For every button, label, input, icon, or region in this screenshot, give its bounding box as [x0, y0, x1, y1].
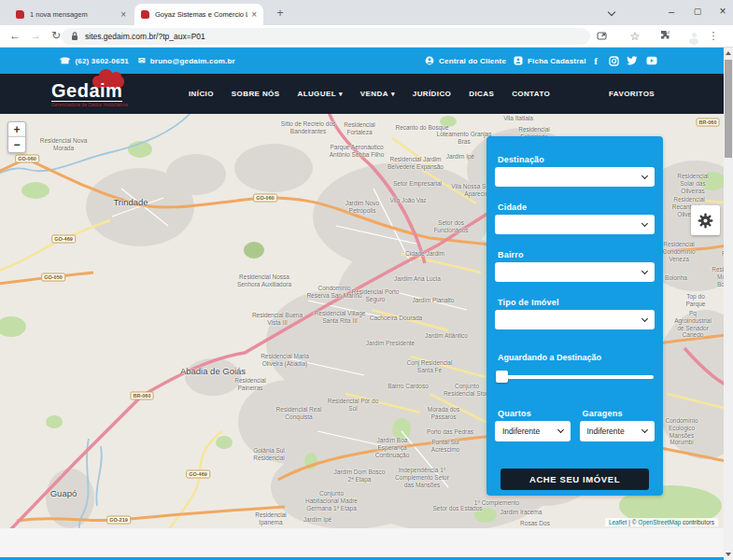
lock-icon [71, 32, 78, 41]
browser-menu-kebab-icon[interactable]: ⋮ [706, 30, 721, 42]
panel-column-fields: Quartos Indiferente Garagens Indiferente [495, 409, 655, 441]
map-label: Porto das Pedras [427, 428, 473, 436]
map-canvas[interactable]: Sítio de Recreio dos BandeirantesResiden… [0, 114, 724, 528]
field-label: Bairro [498, 250, 652, 259]
scrollbar-thumb[interactable] [725, 60, 732, 158]
registration-link[interactable]: Ficha Cadastral [514, 48, 586, 74]
nav-link[interactable]: DICAS [469, 90, 494, 98]
map-label: Residencial Village Santa Rita III [312, 310, 368, 325]
map-label: Condomínio Ecológico Mansões Morumbi [661, 417, 703, 446]
phone-link[interactable]: ☎ (62) 3602-0651 [60, 48, 129, 74]
window-menu-chevron-icon[interactable] [602, 2, 621, 21]
facebook-icon[interactable]: f [590, 55, 601, 66]
nav-link[interactable]: CONTATO [512, 90, 550, 98]
price-slider [496, 371, 654, 383]
field-select[interactable]: Indiferente [495, 421, 571, 441]
road-ref-badge: GO-060 [253, 194, 277, 203]
tab-close-icon[interactable]: × [251, 9, 257, 20]
map-label: Bolonha [665, 274, 687, 282]
field-select[interactable]: Indiferente [580, 421, 655, 441]
map-label: Residencial Morada Bosque [712, 266, 724, 287]
back-icon[interactable]: ← [7, 29, 22, 42]
extensions-puzzle-icon[interactable] [657, 30, 672, 42]
site-favicon [16, 10, 24, 19]
logo-text: Gedaim [51, 80, 122, 102]
site-favicon [141, 10, 149, 19]
phone-icon: ☎ [60, 56, 70, 65]
leaflet-link[interactable]: Leaflet [609, 519, 627, 525]
slider-thumb[interactable] [496, 371, 508, 383]
forward-icon[interactable]: → [28, 29, 43, 42]
nav-link-favoritos[interactable]: FAVORITOS [609, 74, 655, 114]
road-ref-badge: GO-469 [51, 235, 76, 244]
slider-label: Aguardando a Destinação [498, 353, 652, 362]
map-label: Residencial Condomínio Veneza [656, 241, 701, 262]
field-select[interactable] [495, 167, 655, 187]
chevron-down-icon [641, 268, 648, 274]
scrollbar-down-arrow[interactable] [726, 553, 731, 556]
browser-toolbar: ← → ↻ sites.gedaim.com.br/?tp_aux=P01 ☆ … [0, 25, 733, 48]
twitter-icon[interactable] [627, 55, 638, 66]
tab-close-icon[interactable]: × [120, 9, 126, 20]
map-label: Top do Parque [682, 293, 710, 308]
nav-link[interactable]: INÍCIO [189, 90, 214, 98]
map-label: Jardim Novo Petrópolis [334, 200, 390, 215]
field-select[interactable] [495, 215, 655, 234]
scrollbar-up-arrow[interactable] [726, 51, 731, 55]
browser-tab-1[interactable]: 1 nova mensagem × [9, 4, 133, 25]
map-label: Jardim Presidente [366, 340, 415, 347]
chevron-down-icon [641, 427, 648, 433]
map-label: Residencial Maria Oliveira (Abadia) [257, 353, 313, 368]
bookmark-star-icon[interactable]: ☆ [627, 30, 642, 43]
window-minimize-button[interactable]: – [662, 2, 681, 21]
email-link[interactable]: ✉ bruno@gedaim.com.br [138, 48, 235, 74]
map-label: Residencial Jardim Belvedere Expansão [388, 156, 444, 171]
find-property-button[interactable]: ACHE SEU IMÓVEL [500, 469, 649, 490]
client-area-label: Central do Cliente [439, 57, 506, 65]
map-label: Residencial Ipanema [243, 511, 299, 526]
map-label: Vila João Vaz [389, 197, 426, 204]
map-label: Sítio de Recreio dos Bandeirantes [280, 120, 336, 135]
address-bar[interactable]: sites.gedaim.com.br/?tp_aux=P01 [62, 28, 590, 45]
panel-select-fields: Destinação Cidade Bairro [495, 155, 655, 329]
field-select[interactable] [495, 310, 655, 329]
youtube-icon[interactable] [646, 55, 657, 66]
map-label: Jardim Atlântico [425, 332, 468, 340]
zoom-out-button[interactable]: − [8, 137, 25, 152]
zoom-in-button[interactable]: + [8, 122, 25, 137]
map-label: Goiânia Sul Residencial [241, 447, 297, 462]
field-select[interactable] [495, 262, 655, 282]
nav-menu: INÍCIOSOBRE NÓSALUGUELVENDAJURÍDICODICAS… [189, 74, 550, 114]
client-area-link[interactable]: Central do Cliente [425, 48, 506, 74]
openstreetmap-link[interactable]: OpenStreetMap [638, 519, 681, 525]
map-town-label: Trindade [113, 197, 148, 207]
nav-link[interactable]: JURÍDICO [413, 90, 451, 98]
form-field: Tipo de Imóvel [495, 298, 655, 329]
page-scrollbar[interactable] [724, 48, 733, 560]
map-label: Residencial Fortaleza [331, 121, 388, 136]
site-logo[interactable]: Gedaim Gerenciadora de Dados Imobiliário… [51, 80, 145, 107]
settings-gear-button[interactable] [691, 205, 720, 235]
chevron-down-icon [641, 173, 648, 179]
url-text: sites.gedaim.com.br/?tp_aux=P01 [85, 32, 205, 41]
registration-label: Ficha Cadastral [528, 57, 586, 65]
nav-link[interactable]: SOBRE NÓS [232, 90, 280, 98]
slider-track[interactable] [496, 375, 654, 379]
browser-tab-2-active[interactable]: Goyaz Sistemas e Comércio Ltda × [134, 4, 263, 25]
share-icon[interactable] [594, 30, 609, 42]
new-tab-button[interactable]: + [273, 7, 288, 21]
map-label: Jardim Ipê [446, 153, 474, 161]
form-field: Cidade [495, 203, 655, 234]
window-close-button[interactable]: × [713, 2, 732, 21]
window-maximize-button[interactable]: ▢ [688, 2, 707, 21]
map-label: Residencial Solar das Oliveiras [677, 173, 709, 194]
email-icon: ✉ [138, 56, 146, 65]
map-label: Jardim Iracema [500, 509, 543, 516]
instagram-icon[interactable] [608, 55, 619, 66]
map-label: Conj Residencial Santa Fé [402, 359, 458, 374]
chevron-down-icon [557, 427, 563, 433]
map-label: Bairro Cardoso [388, 383, 429, 390]
chevron-down-icon [641, 315, 648, 322]
nav-link[interactable]: VENDA [360, 90, 395, 98]
nav-link[interactable]: ALUGUEL [297, 90, 342, 98]
